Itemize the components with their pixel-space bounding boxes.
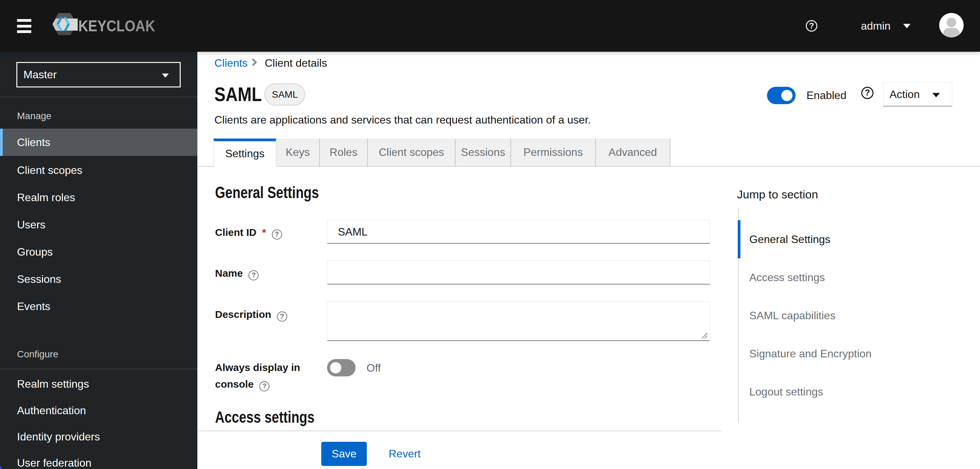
svg-text:KEYCLOAK: KEYCLOAK bbox=[78, 17, 155, 35]
